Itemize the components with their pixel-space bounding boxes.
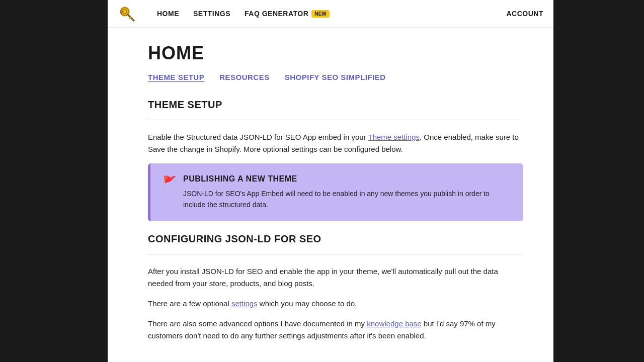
top-nav: HOME SETTINGS FAQ GENERATOR NEW ACCOUNT	[108, 0, 553, 28]
nav-faq-generator[interactable]: FAQ GENERATOR	[245, 10, 308, 18]
configuring-divider	[148, 254, 523, 254]
info-box-title: PUBLISHING A NEW THEME	[183, 174, 511, 184]
nav-home[interactable]: HOME	[157, 10, 179, 18]
knowledge-base-link[interactable]: knowledge base	[367, 319, 421, 328]
theme-setup-section: THEME SETUP Enable the Structured data J…	[148, 99, 523, 221]
para2-before: There are a few optional	[148, 299, 231, 308]
tab-resources[interactable]: RESOURCES	[219, 73, 270, 81]
sub-tabs: THEME SETUP RESOURCES SHOPIFY SEO SIMPLI…	[148, 73, 523, 81]
nav-account[interactable]: ACCOUNT	[507, 10, 544, 18]
right-sidebar	[553, 0, 644, 362]
new-badge: NEW	[311, 10, 329, 18]
logo[interactable]	[118, 4, 137, 23]
intro-text-before: Enable the Structured data JSON-LD for S…	[148, 133, 368, 141]
theme-setup-title: THEME SETUP	[148, 99, 523, 111]
flag-icon: 🚩	[163, 175, 176, 189]
settings-link[interactable]: settings	[231, 299, 258, 308]
page-title: HOME	[148, 43, 523, 64]
svg-point-4	[129, 17, 131, 19]
theme-setup-divider	[148, 120, 523, 120]
configuring-para2: There are a few optional settings which …	[148, 298, 523, 310]
nav-settings[interactable]: SETTINGS	[193, 10, 230, 18]
nav-links: HOME SETTINGS FAQ GENERATOR NEW	[157, 10, 492, 18]
theme-setup-intro: Enable the Structured data JSON-LD for S…	[148, 131, 523, 155]
configuring-section: CONFIGURING JSON-LD FOR SEO After you in…	[148, 233, 523, 342]
para3-before: There are also some advanced options I h…	[148, 319, 367, 328]
content-area: HOME THEME SETUP RESOURCES SHOPIFY SEO S…	[108, 28, 553, 362]
configuring-para3: There are also some advanced options I h…	[148, 318, 523, 342]
tab-theme-setup[interactable]: THEME SETUP	[148, 73, 204, 81]
publishing-info-box: 🚩 PUBLISHING A NEW THEME JSON-LD for SEO…	[148, 163, 523, 221]
info-box-text: JSON-LD for SEO's App Embed will need to…	[183, 189, 511, 210]
main-container: HOME SETTINGS FAQ GENERATOR NEW ACCOUNT …	[108, 0, 553, 362]
configuring-para1: After you install JSON-LD for SEO and en…	[148, 265, 523, 290]
info-box-content: PUBLISHING A NEW THEME JSON-LD for SEO's…	[183, 174, 511, 210]
nav-faq-wrapper: FAQ GENERATOR NEW	[245, 10, 330, 18]
left-sidebar	[0, 0, 108, 362]
theme-settings-link[interactable]: Theme settings	[368, 133, 420, 141]
para2-after: which you may choose to do.	[258, 299, 357, 308]
tab-shopify-seo[interactable]: SHOPIFY SEO SIMPLIFIED	[285, 73, 386, 81]
configuring-title: CONFIGURING JSON-LD FOR SEO	[148, 233, 523, 245]
